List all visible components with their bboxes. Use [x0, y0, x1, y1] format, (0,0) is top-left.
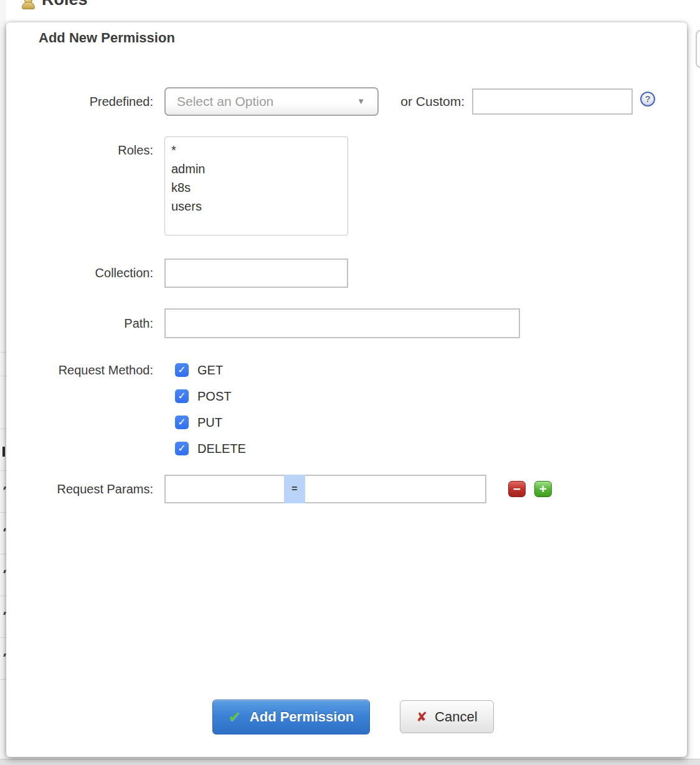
chevron-down-icon: ▼ [357, 88, 365, 115]
background-page-title: Roles [42, 0, 88, 9]
roles-group-icon [22, 0, 34, 7]
method-delete-option[interactable]: ✓ DELETE [175, 441, 246, 456]
check-icon: ✔ [229, 708, 241, 726]
equals-separator: = [284, 475, 305, 503]
request-params-label: Request Params: [6, 475, 157, 503]
close-x-icon: ✘ [416, 710, 427, 725]
dialog-actions: ✔ Add Permission ✘ Cancel [6, 700, 687, 734]
or-custom-label: or Custom: [385, 87, 465, 116]
request-params-row: Request Params: = − + [6, 475, 687, 503]
dialog-title: Add New Permission [39, 30, 175, 46]
predefined-selected-value: Select an Option [177, 88, 273, 115]
param-value-input[interactable] [305, 475, 486, 503]
request-method-row: Request Method: ✓ GET ✓ POST ✓ PUT ✓ DEL… [6, 363, 687, 478]
method-post-option[interactable]: ✓ POST [175, 389, 246, 404]
method-put-label: PUT [197, 416, 222, 430]
custom-permission-input[interactable] [472, 88, 633, 115]
checkbox-checked-icon[interactable]: ✓ [175, 416, 189, 429]
param-key-input[interactable] [164, 475, 284, 503]
add-permission-dialog: Add New Permission Predefined: Select an… [6, 22, 687, 757]
background-partial-button [696, 30, 700, 68]
background-text-fragment [2, 447, 5, 457]
cancel-button-label: Cancel [435, 709, 477, 725]
add-permission-button-label: Add Permission [250, 709, 354, 725]
help-icon[interactable]: ? [640, 92, 655, 107]
predefined-label: Predefined: [6, 87, 157, 116]
collection-input[interactable] [164, 259, 348, 288]
path-input[interactable] [164, 308, 520, 338]
predefined-row: Predefined: Select an Option ▼ or Custom… [6, 87, 687, 116]
add-permission-button[interactable]: ✔ Add Permission [212, 700, 370, 734]
method-get-option[interactable]: ✓ GET [175, 363, 246, 378]
collection-row: Collection: [6, 259, 687, 288]
path-label: Path: [6, 308, 157, 338]
checkbox-checked-icon[interactable]: ✓ [175, 442, 189, 455]
roles-row: Roles: * admin k8s users [6, 136, 687, 235]
collection-label: Collection: [6, 259, 157, 288]
background-footer-strip [0, 759, 700, 765]
predefined-select[interactable]: Select an Option ▼ [164, 87, 379, 116]
roles-option[interactable]: users [171, 197, 341, 216]
roles-option[interactable]: admin [171, 159, 341, 178]
method-get-label: GET [197, 363, 223, 378]
method-delete-label: DELETE [197, 442, 246, 456]
roles-label: Roles: [6, 136, 157, 158]
remove-param-button[interactable]: − [508, 481, 526, 497]
method-post-label: POST [197, 389, 231, 404]
cancel-button[interactable]: ✘ Cancel [400, 700, 494, 733]
path-row: Path: [6, 308, 687, 338]
background-table-strip [0, 0, 6, 765]
screen: Roles Add New Permission Predefined: Sel… [0, 0, 700, 765]
request-method-label: Request Method: [6, 363, 157, 378]
checkbox-checked-icon[interactable]: ✓ [175, 363, 189, 377]
add-param-button[interactable]: + [534, 481, 552, 497]
roles-option[interactable]: * [171, 141, 341, 159]
roles-listbox[interactable]: * admin k8s users [164, 136, 348, 235]
checkbox-checked-icon[interactable]: ✓ [175, 389, 189, 403]
roles-option[interactable]: k8s [171, 178, 341, 197]
request-method-options: ✓ GET ✓ POST ✓ PUT ✓ DELETE [175, 363, 246, 467]
method-put-option[interactable]: ✓ PUT [175, 415, 246, 430]
